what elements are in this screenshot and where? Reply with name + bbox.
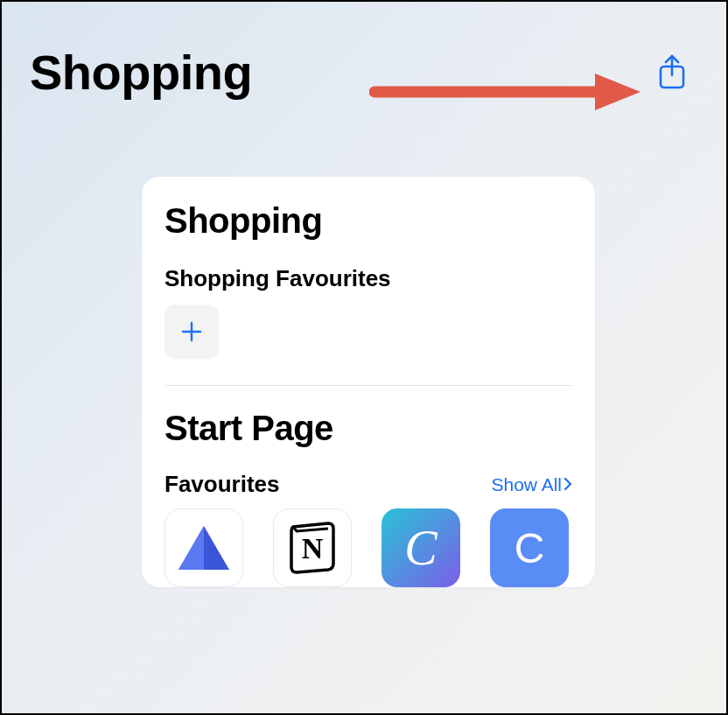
share-icon <box>657 54 687 91</box>
favourite-item-triangle[interactable] <box>164 508 243 587</box>
favourites-heading: Favourites <box>164 471 280 498</box>
show-all-link[interactable]: Show All <box>491 474 572 495</box>
svg-marker-6 <box>178 526 204 570</box>
app-frame: Shopping Shopping Shopping Favourites <box>0 0 728 715</box>
c-icon: C <box>514 524 545 572</box>
header-actions <box>653 53 691 92</box>
header: Shopping <box>2 2 726 101</box>
shopping-favourites-section: Shopping Favourites <box>164 265 572 359</box>
chevron-right-icon <box>564 475 572 494</box>
notion-icon: N <box>281 516 344 579</box>
svg-text:N: N <box>302 532 324 564</box>
favourites-row: N C C <box>164 508 572 587</box>
start-page-heading: Start Page <box>164 409 572 448</box>
add-favourite-button[interactable] <box>164 305 219 359</box>
content-card: Shopping Shopping Favourites Start Page … <box>142 177 595 587</box>
divider <box>164 385 572 386</box>
show-all-label: Show All <box>491 474 562 495</box>
favourite-item-notion[interactable]: N <box>273 508 352 587</box>
card-title: Shopping <box>164 201 572 241</box>
favourite-item-c[interactable]: C <box>490 508 569 587</box>
plus-icon <box>180 320 203 343</box>
canva-icon: C <box>404 520 437 576</box>
favourite-item-canva[interactable]: C <box>382 508 460 587</box>
shopping-favourites-heading: Shopping Favourites <box>164 265 572 292</box>
favourites-header: Favourites Show All <box>164 471 572 498</box>
page-title: Shopping <box>30 44 252 101</box>
triangle-icon <box>173 517 234 578</box>
share-button[interactable] <box>653 53 691 92</box>
